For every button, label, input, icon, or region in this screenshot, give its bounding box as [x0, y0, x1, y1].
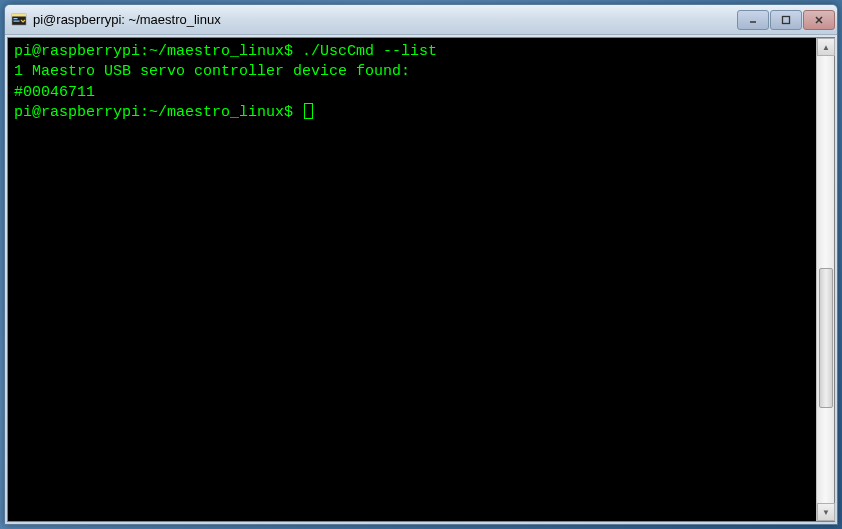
- terminal-line: #00046711: [14, 83, 810, 103]
- svg-rect-5: [783, 16, 790, 23]
- window-title: pi@raspberrypi: ~/maestro_linux: [33, 12, 737, 27]
- terminal-line: pi@raspberrypi:~/maestro_linux$: [14, 103, 810, 123]
- minimize-button[interactable]: [737, 10, 769, 30]
- svg-rect-3: [14, 20, 20, 21]
- maximize-button[interactable]: [770, 10, 802, 30]
- scroll-up-arrow[interactable]: ▲: [817, 38, 835, 56]
- close-button[interactable]: [803, 10, 835, 30]
- window-controls: [737, 10, 835, 30]
- vertical-scrollbar[interactable]: ▲ ▼: [816, 38, 834, 521]
- app-icon: [11, 12, 27, 28]
- titlebar[interactable]: pi@raspberrypi: ~/maestro_linux: [5, 5, 837, 35]
- scroll-thumb[interactable]: [819, 268, 833, 408]
- terminal-area: pi@raspberrypi:~/maestro_linux$ ./UscCmd…: [7, 37, 835, 522]
- terminal-line: 1 Maestro USB servo controller device fo…: [14, 62, 810, 82]
- terminal-window: pi@raspberrypi: ~/maestro_linux pi@raspb…: [4, 4, 838, 525]
- terminal-output[interactable]: pi@raspberrypi:~/maestro_linux$ ./UscCmd…: [8, 38, 816, 521]
- cursor: [304, 103, 313, 119]
- scroll-down-arrow[interactable]: ▼: [817, 503, 835, 521]
- terminal-line: pi@raspberrypi:~/maestro_linux$ ./UscCmd…: [14, 42, 810, 62]
- svg-rect-1: [12, 14, 26, 17]
- svg-rect-2: [14, 18, 18, 19]
